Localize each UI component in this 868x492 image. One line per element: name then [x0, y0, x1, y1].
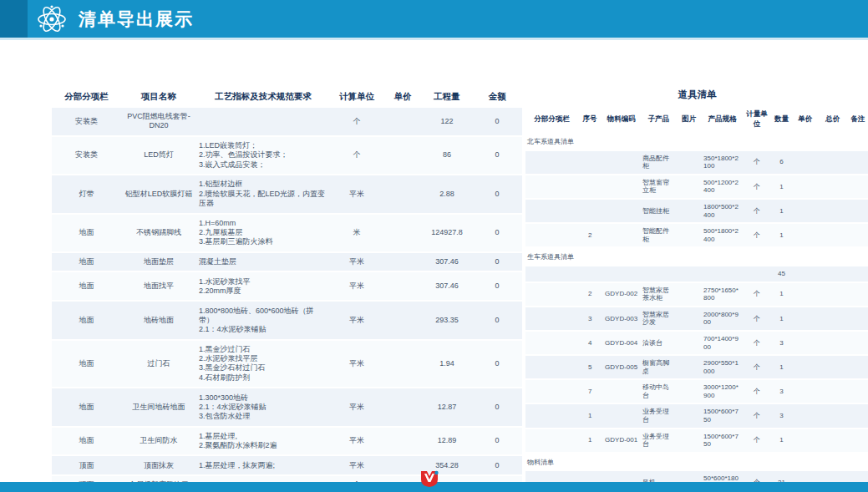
left-cell-amount: 0 — [472, 427, 522, 456]
right-cell-seq: 2 — [578, 223, 602, 247]
right-cell-product: 智慧窗帘立柜 — [641, 175, 677, 199]
left-cell-name: 不锈钢踢脚线 — [121, 214, 196, 252]
table-row: 4GDYD-004洽谈台700*1400*900个3 — [525, 331, 868, 355]
right-cell-spec: 2000*800*900 — [702, 307, 743, 331]
atom-icon — [35, 3, 69, 36]
right-cell-unit_price — [792, 282, 819, 307]
left-cell-quantity: 307.46 — [422, 271, 472, 301]
table-row: 安装类PVC阻燃电线套管-DN20个1220 — [52, 108, 522, 136]
left-col-header: 工艺指标及技术规范要求 — [196, 86, 330, 108]
left-cell-name: 地面找平 — [121, 271, 196, 301]
right-cell-unit: 个 — [743, 307, 772, 331]
left-cell-quantity: 124927.8 — [422, 214, 472, 252]
table-row: 地面过门石1.黑金沙过门石 2.水泥砂浆找平层 3.黑金沙石材过门石 4.石材刷… — [52, 340, 522, 388]
left-cell-name: 地面垫层 — [121, 252, 196, 272]
left-cell-unit: 平米 — [330, 252, 383, 272]
section-row: 物料清单 — [525, 453, 868, 471]
table-row: 顶面顶面抹灰1.基层处理，抹灰两遍;平米354.280 — [52, 455, 522, 475]
right-cell-category — [525, 266, 578, 282]
left-cell-unit_price — [383, 455, 422, 475]
props-list-panel: 道具清单 分部分项栏序号物料编码子产品图片产品规格计量单位数量单价总价备注 北车… — [525, 86, 868, 492]
right-cell-category — [525, 403, 578, 428]
table-row: 地面卫生间防水1.基层处理, 2.聚氨酯防水涂料刷2遍平米12.890 — [52, 427, 522, 456]
right-cell-seq: 5 — [578, 355, 602, 379]
left-cell-amount: 0 — [472, 301, 522, 339]
right-cell-note — [847, 175, 868, 199]
left-cell-unit: 个 — [330, 136, 383, 175]
left-cell-amount: 0 — [472, 108, 522, 136]
table-row: 7移动中岛台3000*1200*900个3 — [525, 379, 868, 403]
right-cell-spec: 1500*600*750 — [702, 429, 743, 453]
right-cell-seq: 1 — [578, 403, 602, 428]
table-row: 地面地面找平1.水泥砂浆找平 2.20mm厚度平米307.460 — [52, 271, 522, 301]
right-cell-product: 移动中岛台 — [641, 379, 677, 403]
right-cell-category — [525, 307, 578, 331]
right-cell-note — [847, 379, 868, 403]
left-table-header-row: 分部分项栏项目名称工艺指标及技术规范要求计算单位单价工程量金额 — [52, 86, 522, 108]
left-cell-unit: 平米 — [330, 427, 383, 456]
right-cell-image — [677, 403, 702, 428]
right-cell-qty: 1 — [771, 282, 791, 307]
right-col-header: 分部分项栏 — [525, 106, 578, 133]
right-cell-qty: 3 — [771, 403, 791, 428]
right-cell-image — [677, 199, 702, 223]
right-cell-unit: 个 — [743, 199, 772, 223]
right-cell-code — [602, 266, 641, 282]
left-cell-amount: 0 — [472, 252, 522, 272]
right-cell-spec: 3000*1200*900 — [702, 379, 743, 403]
right-cell-code — [602, 379, 641, 403]
left-cell-name: 铝型材LED软膜灯箱 — [121, 175, 196, 213]
right-cell-qty: 1 — [771, 199, 791, 223]
left-cell-category: 安装类 — [52, 136, 121, 175]
right-cell-total — [819, 355, 846, 379]
right-cell-unit_price — [792, 150, 819, 175]
right-cell-seq: 4 — [578, 331, 602, 355]
left-cell-unit: 平米 — [330, 175, 383, 213]
right-cell-spec: 700*1400*900 — [702, 331, 743, 355]
right-cell-code — [602, 175, 641, 199]
slide-content: 分部分项栏项目名称工艺指标及技术规范要求计算单位单价工程量金额 安装类PVC阻燃… — [52, 86, 868, 492]
right-cell-unit: 个 — [743, 175, 772, 199]
left-cell-category: 地面 — [52, 301, 121, 339]
table-row: 5GDYD-005橱窗高脚桌2900*550*1000个1 — [525, 355, 868, 379]
left-cell-spec: 1.800*800地砖、600*600地砖（拼带） 2.1：4水泥砂浆铺贴 — [196, 301, 330, 339]
right-cell-category — [525, 223, 578, 247]
left-cell-name: 顶面抹灰 — [121, 455, 196, 475]
right-cell-code: GDYD-005 — [602, 355, 641, 379]
right-cell-code — [602, 150, 641, 175]
left-cell-quantity: 2.88 — [422, 175, 472, 213]
right-cell-unit — [743, 266, 772, 282]
right-cell-unit: 个 — [743, 355, 772, 379]
left-cell-spec: 1.H=60mm 2.九厘板基层 3.基层刷三遍防火涂料 — [196, 214, 330, 252]
left-cell-spec: 混凝土垫层 — [196, 252, 330, 272]
left-cell-category: 顶面 — [52, 455, 121, 475]
right-cell-product: 橱窗高脚桌 — [641, 355, 677, 379]
left-cell-name: LED筒灯 — [121, 136, 196, 175]
left-cell-unit_price — [383, 175, 422, 213]
right-cell-code: GDYD-002 — [602, 282, 641, 307]
right-cell-unit: 个 — [743, 223, 772, 247]
right-cell-seq: 1 — [578, 429, 602, 453]
right-col-header: 图片 — [677, 106, 702, 133]
left-cell-amount: 0 — [472, 340, 522, 388]
left-cell-category: 地面 — [52, 340, 121, 388]
right-cell-code: GDYD-003 — [602, 307, 641, 331]
left-cell-amount: 0 — [472, 455, 522, 475]
table-row: 安装类LED筒灯1.LED嵌装筒灯； 2.功率、色温按设计要求； 3.嵌入式成品… — [52, 136, 522, 175]
right-cell-code: GDYD-004 — [602, 331, 641, 355]
left-cell-unit_price — [383, 108, 422, 136]
right-cell-image — [677, 307, 702, 331]
right-cell-image — [677, 150, 702, 175]
left-cell-spec: 1.铝型材边框 2.喷绘软膜天花，配LED光源，内置变压器 — [196, 175, 330, 213]
right-col-header: 序号 — [578, 106, 602, 133]
left-cell-name: 卫生间防水 — [121, 427, 196, 456]
left-cell-unit: 平米 — [330, 455, 383, 475]
left-cell-name: 地砖地面 — [121, 301, 196, 339]
right-cell-category — [525, 282, 578, 307]
right-cell-unit: 个 — [743, 150, 772, 175]
table-row: 45 — [525, 266, 868, 282]
right-cell-category — [525, 150, 578, 175]
right-cell-product: 智慧家居沙发 — [641, 307, 677, 331]
right-cell-total — [819, 331, 846, 355]
right-cell-spec: 2900*550*1000 — [702, 355, 743, 379]
